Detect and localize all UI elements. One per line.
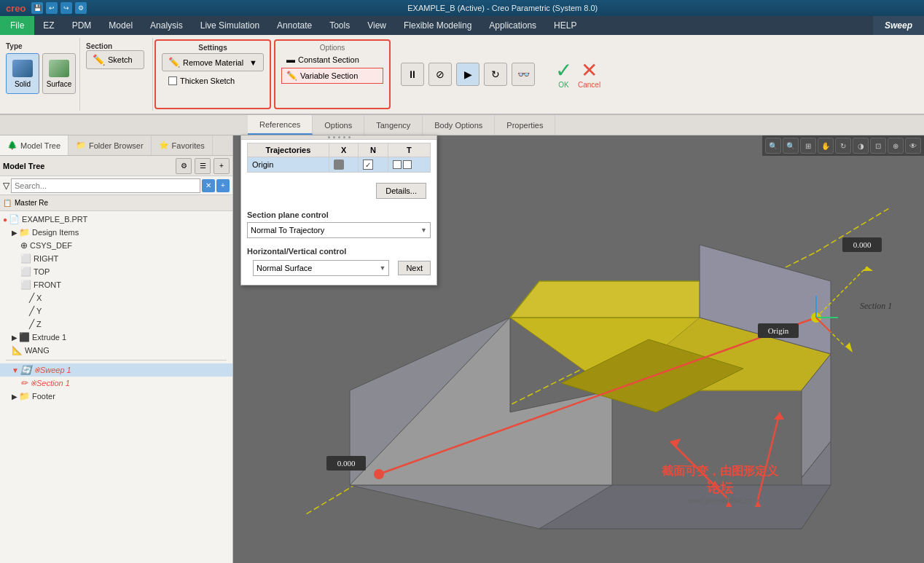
pause-button[interactable]: ⏸ <box>401 63 424 86</box>
menu-live-sim[interactable]: Live Simulation <box>192 16 268 35</box>
type-label: Type <box>6 41 23 50</box>
tree-item-front[interactable]: ⬜ FRONT <box>0 278 232 291</box>
pencil-icon: ✏️ <box>93 54 105 66</box>
settings-label: Settings <box>162 44 264 52</box>
thicken-sketch-button[interactable]: Thicken Sketch <box>162 73 264 89</box>
sketch-button[interactable]: ✏️ Sketch <box>86 50 144 69</box>
section-label: Section <box>86 41 112 50</box>
filter-icon: ▽ <box>3 181 9 191</box>
cancel-button[interactable]: ✕ Cancel <box>578 60 600 89</box>
tree-separator <box>6 360 227 361</box>
constant-section-label: Constant Section <box>298 55 359 64</box>
menu-flexible[interactable]: Flexible Modeling <box>395 16 480 35</box>
ribbon: Type Solid Surface Section ✏️ Sketch Set… <box>0 35 924 115</box>
tab-properties[interactable]: Properties <box>495 115 555 135</box>
panel-tab-favorites[interactable]: ⭐ Favorites <box>152 135 213 155</box>
surface-button[interactable]: Surface <box>42 53 76 94</box>
menu-ez[interactable]: EZ <box>34 16 63 35</box>
tree-settings-button[interactable]: ⚙ <box>176 158 192 174</box>
menu-help[interactable]: HELP <box>545 16 585 35</box>
tree-item-z[interactable]: ╱ Z <box>0 318 232 331</box>
menu-tools[interactable]: Tools <box>321 16 359 35</box>
menu-model[interactable]: Model <box>100 16 141 35</box>
tree-label-z: Z <box>36 320 42 328</box>
tab-options[interactable]: Options <box>313 115 364 135</box>
t-box1[interactable] <box>393 160 402 169</box>
vp-orient-button[interactable]: ⊕ <box>888 138 904 154</box>
ok-label: OK <box>558 81 568 89</box>
tree-label-y: Y <box>36 307 42 315</box>
x-icon <box>334 160 344 170</box>
constant-section-button[interactable]: ▬ Constant Section <box>281 52 383 68</box>
menu-file[interactable]: File <box>0 16 34 35</box>
menu-sweep[interactable]: Sweep <box>873 16 924 35</box>
vp-shade-button[interactable]: ◑ <box>853 138 869 154</box>
next-button[interactable]: Next <box>398 261 431 275</box>
variable-section-button[interactable]: ✏️ Variable Section <box>281 68 383 84</box>
vp-zoom-out-button[interactable]: 🔍 <box>783 138 799 154</box>
trajectories-section: Trajectories X N T Origin <box>241 140 436 176</box>
undo-icon[interactable]: ↩ <box>46 2 58 14</box>
n-checkbox[interactable] <box>363 160 373 170</box>
quick-access-icon[interactable]: 💾 <box>31 2 43 14</box>
vp-rotate-button[interactable]: ↻ <box>835 138 851 154</box>
solid-button[interactable]: Solid <box>6 53 39 94</box>
tree-item-right[interactable]: ⬜ RIGHT <box>0 252 232 265</box>
tree-item-section1[interactable]: ✏ ※Section 1 <box>0 377 232 390</box>
vp-pan-button[interactable]: ✋ <box>818 138 834 154</box>
panel-tab-model-tree[interactable]: 🌲 Model Tree <box>0 135 68 155</box>
variable-section-label: Variable Section <box>300 71 358 80</box>
folder-browser-icon: 📁 <box>76 141 86 150</box>
tree-item-footer[interactable]: ▶ 📁 Footer <box>0 390 232 403</box>
tree-columns-button[interactable]: ☰ <box>195 158 211 174</box>
search-clear-button[interactable]: ✕ <box>202 179 215 192</box>
tree-item-design-items[interactable]: ▶ 📁 Design Items <box>0 226 232 239</box>
menu-analysis[interactable]: Analysis <box>141 16 192 35</box>
vp-view-button[interactable]: 👁 <box>905 138 921 154</box>
tree-item-wang[interactable]: 📐 WANG <box>0 344 232 357</box>
tree-item-x[interactable]: ╱ X <box>0 291 232 304</box>
search-go-button[interactable]: + <box>216 179 230 192</box>
panel-tab-folder-browser[interactable]: 📁 Folder Browser <box>68 135 152 155</box>
search-input[interactable] <box>11 178 200 193</box>
section-plane-control-label: Section plane control <box>241 206 436 221</box>
thicken-checkbox[interactable] <box>168 76 177 85</box>
rotate-button[interactable]: ↻ <box>484 63 507 86</box>
tab-body-options[interactable]: Body Options <box>423 115 495 135</box>
tab-references[interactable]: References <box>248 115 313 135</box>
details-button[interactable]: Details... <box>376 183 426 199</box>
glasses-button[interactable]: 👓 <box>512 63 535 86</box>
hv-select-wrapper: Normal Surface ▼ <box>253 260 389 276</box>
tree-label-extrude1: Extrude 1 <box>32 333 66 342</box>
tree-item-y[interactable]: ╱ Y <box>0 304 232 318</box>
tree-item-top[interactable]: ⬜ TOP <box>0 265 232 278</box>
t-box2[interactable] <box>403 160 412 169</box>
menu-bar: File EZ PDM Model Analysis Live Simulati… <box>0 16 924 35</box>
tree-item-csys-def[interactable]: ⊕ CSYS_DEF <box>0 239 232 252</box>
vp-wireframe-button[interactable]: ⊡ <box>870 138 886 154</box>
tree-item-example-b[interactable]: ● 📄 EXAMPLE_B.PRT <box>0 213 232 226</box>
stop-button[interactable]: ⊘ <box>428 63 452 86</box>
menu-pdm[interactable]: PDM <box>63 16 101 35</box>
tab-tangency[interactable]: Tangency <box>364 115 423 135</box>
hv-select[interactable]: Normal Surface ▼ <box>253 260 389 276</box>
section-plane-select[interactable]: Normal To Trajectory ▼ <box>247 222 431 238</box>
vp-zoom-in-button[interactable]: 🔍 <box>765 138 781 154</box>
tree-add-button[interactable]: + <box>214 158 230 174</box>
options-icon[interactable]: ⚙ <box>75 2 87 14</box>
model-tree-title-label: Model Tree <box>3 162 173 170</box>
wang-icon: 📐 <box>12 345 23 355</box>
remove-material-button[interactable]: ✏️ Remove Material ▼ <box>162 53 264 71</box>
menu-applications[interactable]: Applications <box>480 16 545 35</box>
trajectory-row-origin[interactable]: Origin <box>248 157 431 173</box>
solid-label: Solid <box>15 80 31 88</box>
tree-item-extrude1[interactable]: ▶ ⬛ Extrude 1 <box>0 331 232 344</box>
tree-item-sweep1[interactable]: ▼ 🔄 ※Sweep 1 <box>0 363 232 377</box>
preview-button[interactable]: ▶ <box>456 63 479 86</box>
menu-view[interactable]: View <box>359 16 395 35</box>
vp-fit-button[interactable]: ⊞ <box>800 138 816 154</box>
redo-icon[interactable]: ↪ <box>60 2 72 14</box>
ok-button[interactable]: ✓ OK <box>555 60 572 89</box>
menu-annotate[interactable]: Annotate <box>268 16 321 35</box>
origin-cell: Origin <box>248 157 329 173</box>
